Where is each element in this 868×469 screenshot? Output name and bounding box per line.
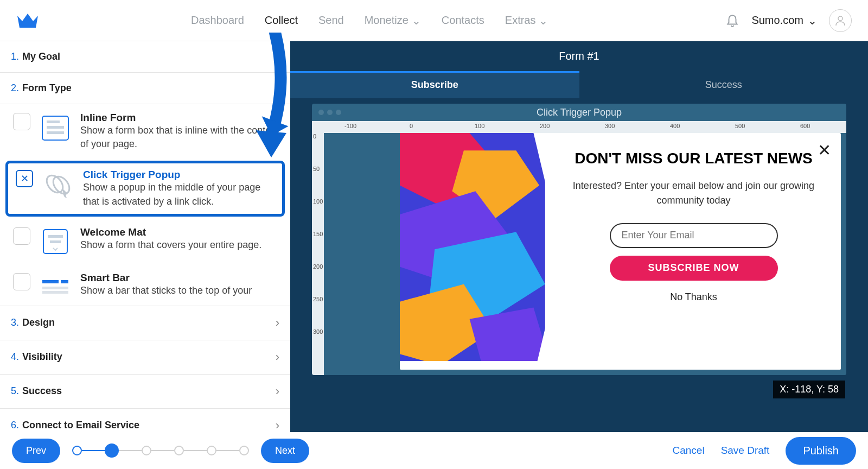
welcome-mat-icon xyxy=(40,226,71,257)
svg-rect-12 xyxy=(42,287,68,289)
nav-extras[interactable]: Extras⌄ xyxy=(505,14,548,27)
chevron-right-icon: › xyxy=(276,350,279,364)
form-type-title: Welcome Mat xyxy=(80,226,279,238)
chevron-down-icon: ⌄ xyxy=(412,14,421,27)
step-success[interactable]: 5.Success› xyxy=(0,375,290,409)
step-dot[interactable] xyxy=(174,446,184,455)
smart-bar-icon xyxy=(40,272,71,302)
popup-headline: DON'T MISS OUR LATEST NEWS xyxy=(575,149,813,168)
chevron-down-icon: ⌄ xyxy=(539,14,548,27)
nav-monetize[interactable]: Monetize⌄ xyxy=(365,14,421,27)
svg-rect-2 xyxy=(47,121,60,123)
step-design[interactable]: 3.Design› xyxy=(0,306,290,340)
step-dot[interactable] xyxy=(239,446,249,455)
checkbox-icon[interactable] xyxy=(13,113,30,130)
cursor-coordinates: X: -118, Y: 58 xyxy=(773,381,845,398)
progress-stepper xyxy=(72,443,249,458)
ruler-horizontal: -100 0 100 200 300 400 500 600 xyxy=(312,121,846,133)
form-type-welcome-mat[interactable]: Welcome Mat Show a form that covers your… xyxy=(0,219,290,264)
close-icon[interactable]: ✕ xyxy=(818,141,831,160)
ruler-vertical: 0 50 100 150 200 250 300 xyxy=(312,133,324,375)
form-type-title: Inline Form xyxy=(80,112,279,124)
form-type-smart-bar[interactable]: Smart Bar Show a bar that sticks to the … xyxy=(0,264,290,306)
nav-send[interactable]: Send xyxy=(318,14,344,27)
popup-graphic xyxy=(400,133,546,370)
popup-subtext: Interested? Enter your email below and j… xyxy=(568,179,819,208)
bell-icon[interactable] xyxy=(725,14,739,28)
user-icon xyxy=(834,14,847,27)
form-title: Form #1 xyxy=(290,41,868,71)
form-type-click-trigger[interactable]: ✕ Click Trigger Popup Show a popup in th… xyxy=(5,161,285,216)
step-my-goal[interactable]: 1.My Goal xyxy=(0,41,290,73)
design-canvas[interactable]: ✕ DON'T MISS OUR LATEST NEWS Interested?… xyxy=(324,133,846,375)
inline-form-icon xyxy=(40,112,71,142)
step-dot[interactable] xyxy=(72,446,82,455)
svg-rect-4 xyxy=(47,131,64,134)
popup-preview: ✕ DON'T MISS OUR LATEST NEWS Interested?… xyxy=(400,133,841,370)
form-type-desc: Show a form box that is inline with the … xyxy=(80,124,279,151)
checkbox-icon[interactable] xyxy=(13,273,30,290)
svg-point-5 xyxy=(43,173,66,196)
next-button[interactable]: Next xyxy=(261,439,309,463)
svg-rect-8 xyxy=(48,235,63,238)
chevron-right-icon: › xyxy=(276,316,279,330)
wizard-sidebar: 1.My Goal 2.Form Type Inline Form Show a… xyxy=(0,41,290,443)
svg-rect-11 xyxy=(61,280,68,283)
tab-success[interactable]: Success xyxy=(579,71,869,98)
cancel-link[interactable]: Cancel xyxy=(672,445,704,457)
preview-window: Click Trigger Popup -100 0 100 200 300 4… xyxy=(312,104,846,375)
window-controls-icon xyxy=(318,110,341,115)
publish-button[interactable]: Publish xyxy=(786,437,856,465)
prev-button[interactable]: Prev xyxy=(12,439,60,463)
wizard-footer: Prev Next Cancel Save Draft Publish xyxy=(0,432,868,469)
preview-tabs: Subscribe Success xyxy=(290,71,868,98)
click-trigger-icon xyxy=(43,169,73,199)
step-dot[interactable] xyxy=(207,446,216,455)
avatar[interactable] xyxy=(829,9,852,32)
form-type-title: Smart Bar xyxy=(80,272,279,284)
tab-subscribe[interactable]: Subscribe xyxy=(290,71,579,98)
step-visibility[interactable]: 4.Visibility› xyxy=(0,340,290,375)
step-dot-current[interactable] xyxy=(105,443,119,458)
form-type-inline[interactable]: Inline Form Show a form box that is inli… xyxy=(0,104,290,159)
main-nav: Dashboard Collect Send Monetize⌄ Contact… xyxy=(191,14,548,27)
app-header: Dashboard Collect Send Monetize⌄ Contact… xyxy=(0,0,868,41)
form-type-desc: Show a bar that sticks to the top of you… xyxy=(80,284,279,297)
form-type-desc: Show a form that covers your entire page… xyxy=(80,238,279,252)
chevron-right-icon: › xyxy=(276,384,279,398)
nav-contacts[interactable]: Contacts xyxy=(442,14,484,27)
svg-point-0 xyxy=(838,16,843,21)
form-type-options: Inline Form Show a form box that is inli… xyxy=(0,104,290,306)
chevron-down-icon: ⌄ xyxy=(808,14,817,27)
checkbox-icon[interactable]: ✕ xyxy=(16,170,33,187)
form-preview-panel: Form #1 Subscribe Success Click Trigger … xyxy=(290,41,868,443)
form-type-title: Click Trigger Popup xyxy=(83,169,277,181)
crown-logo-icon xyxy=(16,12,39,29)
svg-rect-13 xyxy=(42,291,68,294)
decline-link[interactable]: No Thanks xyxy=(670,291,717,303)
svg-rect-3 xyxy=(47,126,64,129)
nav-dashboard[interactable]: Dashboard xyxy=(191,14,244,27)
subscribe-button[interactable]: SUBSCRIBE NOW xyxy=(610,256,778,281)
save-draft-link[interactable]: Save Draft xyxy=(721,445,770,457)
checkbox-icon[interactable] xyxy=(13,227,30,245)
svg-rect-10 xyxy=(42,280,59,283)
chevron-right-icon: › xyxy=(276,419,279,433)
step-form-type[interactable]: 2.Form Type xyxy=(0,73,290,104)
form-type-desc: Show a popup in the middle of your page … xyxy=(83,181,277,208)
svg-point-6 xyxy=(50,174,73,197)
site-selector[interactable]: Sumo.com⌄ xyxy=(751,14,817,27)
step-dot[interactable] xyxy=(142,446,151,455)
nav-collect[interactable]: Collect xyxy=(265,14,298,27)
svg-rect-9 xyxy=(50,240,61,243)
email-input[interactable] xyxy=(610,223,778,248)
